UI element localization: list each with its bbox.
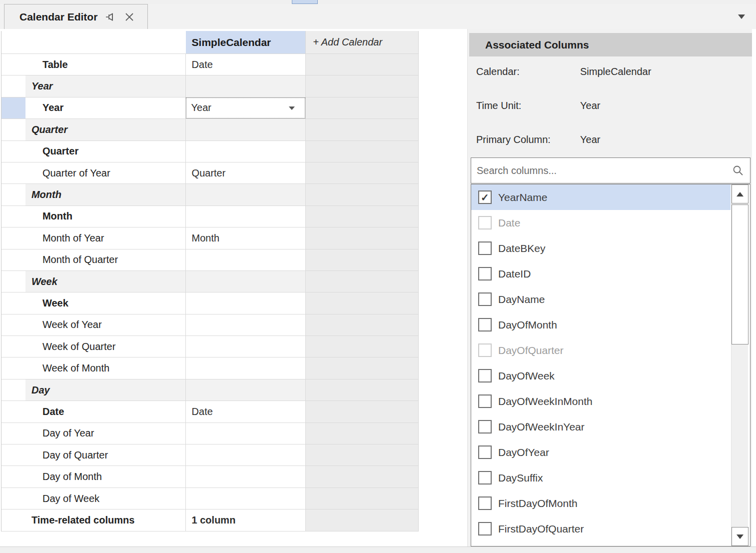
column-checkbox[interactable]: ✓ xyxy=(478,471,492,484)
row-empty-cell[interactable] xyxy=(306,271,419,292)
row-selection-margin[interactable] xyxy=(1,119,25,140)
row-value-cell[interactable]: Date xyxy=(186,54,306,75)
column-checkbox[interactable]: ✓ xyxy=(478,267,492,280)
row-value-cell[interactable] xyxy=(186,119,306,140)
row-value-cell[interactable] xyxy=(186,250,306,270)
column-list-item[interactable]: ✓ DateID xyxy=(471,261,731,286)
column-list-item[interactable]: ✓ DayOfWeekInMonth xyxy=(471,388,731,414)
tab-calendar-editor[interactable]: Calendar Editor xyxy=(4,4,148,29)
row-empty-cell[interactable] xyxy=(306,76,419,96)
row-empty-cell[interactable] xyxy=(306,444,419,466)
column-list-item[interactable]: ✓ DayOfYear xyxy=(471,440,731,465)
row-selection-margin[interactable] xyxy=(1,184,25,205)
row-empty-cell[interactable] xyxy=(306,510,419,530)
row-value-cell[interactable] xyxy=(186,488,306,509)
row-selection-margin[interactable] xyxy=(1,423,25,444)
row-empty-cell[interactable] xyxy=(306,314,419,336)
row-value-cell[interactable]: Year xyxy=(186,98,306,118)
row-value-cell[interactable]: Month xyxy=(186,228,306,248)
row-selection-margin[interactable] xyxy=(1,98,25,118)
toolbar-selected-button-fragment[interactable] xyxy=(292,0,318,4)
scrollbar-thumb[interactable] xyxy=(732,204,749,344)
row-empty-cell[interactable] xyxy=(306,228,419,248)
row-empty-cell[interactable] xyxy=(306,380,419,400)
column-checkbox[interactable]: ✓ xyxy=(478,216,492,230)
row-empty-cell[interactable] xyxy=(306,423,419,444)
row-empty-cell[interactable] xyxy=(306,184,419,205)
row-selection-margin[interactable] xyxy=(1,314,25,336)
row-selection-margin[interactable] xyxy=(1,141,25,162)
scrollbar-up-button[interactable] xyxy=(732,184,749,204)
scrollbar-down-button[interactable] xyxy=(732,527,749,546)
column-checkbox[interactable]: ✓ xyxy=(478,344,492,357)
row-empty-cell[interactable] xyxy=(306,162,419,184)
column-list-item[interactable]: ✓ DayOfWeekInYear xyxy=(471,414,731,440)
row-selection-margin[interactable] xyxy=(1,250,25,270)
grid-header-calendar[interactable]: SimpleCalendar xyxy=(186,31,306,54)
row-value-cell[interactable] xyxy=(186,271,306,292)
row-selection-margin[interactable] xyxy=(1,228,25,248)
column-list-item[interactable]: ✓ DateBKey xyxy=(471,236,731,261)
row-selection-margin[interactable] xyxy=(1,162,25,184)
row-value-cell[interactable] xyxy=(186,466,306,487)
row-empty-cell[interactable] xyxy=(306,401,419,422)
column-list-item[interactable]: ✓ FirstDayOfQuarter xyxy=(471,516,731,542)
row-value-cell[interactable] xyxy=(186,423,306,444)
row-empty-cell[interactable] xyxy=(306,98,419,118)
pin-icon[interactable] xyxy=(104,11,116,23)
row-value-cell[interactable] xyxy=(186,184,306,205)
row-selection-margin[interactable] xyxy=(1,336,25,357)
row-selection-margin[interactable] xyxy=(1,271,25,292)
row-value-cell[interactable] xyxy=(186,292,306,314)
row-selection-margin[interactable] xyxy=(1,401,25,422)
row-value-cell[interactable] xyxy=(186,358,306,378)
row-value-cell[interactable]: 1 column xyxy=(186,510,306,530)
column-list-item[interactable]: ✓ DayName xyxy=(471,286,731,312)
row-selection-margin[interactable] xyxy=(1,206,25,227)
row-value-cell[interactable] xyxy=(186,206,306,227)
column-checkbox[interactable]: ✓ xyxy=(478,394,492,408)
column-checkbox[interactable]: ✓ xyxy=(478,190,492,204)
column-checkbox[interactable]: ✓ xyxy=(478,496,492,510)
column-list-item[interactable]: ✓ FirstDayOfYear xyxy=(471,542,731,546)
panel-menu-caret-icon[interactable] xyxy=(738,14,745,19)
column-checkbox[interactable]: ✓ xyxy=(478,369,492,382)
row-selection-margin[interactable] xyxy=(1,76,25,96)
row-empty-cell[interactable] xyxy=(306,206,419,227)
column-list-item[interactable]: ✓ YearName xyxy=(471,184,731,210)
row-selection-margin[interactable] xyxy=(1,488,25,509)
row-value-cell[interactable] xyxy=(186,314,306,336)
search-input[interactable] xyxy=(471,165,732,176)
row-value-cell[interactable] xyxy=(186,380,306,400)
row-empty-cell[interactable] xyxy=(306,336,419,357)
column-list-item[interactable]: ✓ DayOfQuarter xyxy=(471,338,731,363)
row-selection-margin[interactable] xyxy=(1,358,25,378)
column-checkbox[interactable]: ✓ xyxy=(478,522,492,536)
row-empty-cell[interactable] xyxy=(306,488,419,509)
column-list-item[interactable]: ✓ DayOfMonth xyxy=(471,312,731,338)
row-selection-margin[interactable] xyxy=(1,510,25,530)
columns-scrollbar[interactable] xyxy=(731,184,748,546)
row-value-cell[interactable] xyxy=(186,336,306,357)
column-list-item[interactable]: ✓ DayOfWeek xyxy=(471,363,731,388)
row-selection-margin[interactable] xyxy=(1,292,25,314)
row-selection-margin[interactable] xyxy=(1,54,25,75)
row-selection-margin[interactable] xyxy=(1,466,25,487)
add-calendar-button[interactable]: + Add Calendar xyxy=(306,31,419,54)
row-empty-cell[interactable] xyxy=(306,358,419,378)
column-checkbox[interactable]: ✓ xyxy=(478,242,492,255)
column-checkbox[interactable]: ✓ xyxy=(478,292,492,306)
row-empty-cell[interactable] xyxy=(306,250,419,270)
close-icon[interactable] xyxy=(123,11,135,23)
column-checkbox[interactable]: ✓ xyxy=(478,318,492,332)
row-value-cell[interactable] xyxy=(186,76,306,96)
row-value-cell[interactable] xyxy=(186,444,306,466)
column-list-item[interactable]: ✓ DaySuffix xyxy=(471,465,731,490)
row-empty-cell[interactable] xyxy=(306,292,419,314)
row-empty-cell[interactable] xyxy=(306,141,419,162)
row-value-cell[interactable] xyxy=(186,141,306,162)
row-selection-margin[interactable] xyxy=(1,380,25,400)
column-checkbox[interactable]: ✓ xyxy=(478,446,492,459)
row-selection-margin[interactable] xyxy=(1,444,25,466)
row-empty-cell[interactable] xyxy=(306,466,419,487)
